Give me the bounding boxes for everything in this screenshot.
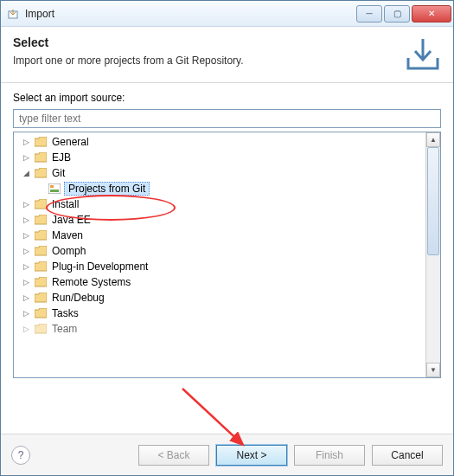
chevron-right-icon: ▷ [21, 247, 31, 255]
tree-item-tasks[interactable]: ▷Tasks [14, 306, 425, 321]
tree-item-projects-from-git[interactable]: Projects from Git [14, 181, 425, 196]
tree-item-javaee[interactable]: ▷Java EE [14, 212, 425, 228]
maximize-button[interactable]: ▢ [384, 5, 410, 23]
chevron-right-icon: ▷ [21, 153, 31, 162]
wizard-header: Select Import one or more projects from … [1, 27, 453, 83]
tree-item-label: General [50, 136, 91, 148]
folder-icon [34, 229, 48, 241]
chevron-right-icon: ▷ [21, 200, 31, 209]
help-button[interactable]: ? [11, 446, 30, 465]
tree-item-ejb[interactable]: ▷EJB [14, 150, 425, 165]
chevron-right-icon: ▷ [21, 278, 31, 286]
scroll-up-button[interactable]: ▲ [426, 132, 440, 147]
tree-item-label: Java EE [50, 214, 93, 226]
tree-item-oomph[interactable]: ▷Oomph [14, 243, 425, 259]
tree-item-label: Git [50, 167, 67, 179]
tree-item-install[interactable]: ▷Install [14, 196, 425, 212]
finish-button[interactable]: Finish [294, 445, 365, 466]
back-button[interactable]: < Back [138, 445, 209, 466]
folder-icon [34, 214, 48, 226]
git-project-icon [48, 183, 61, 195]
folder-icon [34, 307, 48, 319]
folder-icon [34, 323, 48, 335]
tree-item-run-debug[interactable]: ▷Run/Debug [14, 290, 425, 306]
chevron-right-icon: ▷ [21, 138, 31, 146]
vertical-scrollbar[interactable]: ▲ ▼ [425, 132, 440, 377]
tree-item-label: Team [50, 323, 79, 335]
folder-icon [34, 136, 48, 148]
tree-item-label: Install [50, 198, 80, 210]
filter-input[interactable] [13, 109, 441, 128]
chevron-right-icon: ▷ [21, 231, 31, 240]
tree-item-general[interactable]: ▷General [14, 134, 425, 150]
folder-icon [34, 245, 48, 257]
tree-item-remote-systems[interactable]: ▷Remote Systems [14, 274, 425, 290]
folder-icon [34, 151, 48, 164]
tree-item-label: Oomph [50, 245, 87, 257]
tree-item-plugin-dev[interactable]: ▷Plug-in Development [14, 259, 425, 274]
page-title: Select [13, 35, 396, 49]
folder-icon [34, 261, 48, 273]
scroll-down-button[interactable]: ▼ [426, 363, 440, 377]
folder-icon [34, 292, 48, 304]
folder-icon [34, 198, 48, 210]
window-icon [6, 7, 20, 21]
svg-rect-1 [48, 183, 61, 194]
page-description: Import one or more projects from a Git R… [13, 55, 396, 67]
chevron-right-icon: ▷ [21, 262, 31, 271]
tree-item-git[interactable]: ◢Git [14, 165, 425, 181]
chevron-down-icon: ◢ [21, 169, 31, 177]
folder-icon [34, 276, 48, 288]
button-bar: ? < Back Next > Finish Cancel [1, 434, 453, 475]
titlebar[interactable]: Import ─ ▢ ✕ [1, 1, 453, 27]
tree-item-label: Plug-in Development [50, 261, 150, 273]
chevron-right-icon: ▷ [21, 309, 31, 318]
tree-item-label: Remote Systems [50, 276, 132, 288]
chevron-right-icon: ▷ [21, 215, 31, 224]
cancel-button[interactable]: Cancel [372, 445, 443, 466]
scroll-track[interactable] [426, 147, 440, 363]
import-icon [405, 35, 441, 72]
tree-item-label: Projects from Git [64, 182, 150, 196]
tree-item-label: Maven [50, 229, 85, 241]
folder-open-icon [34, 167, 48, 179]
chevron-right-icon: ▷ [21, 293, 31, 302]
window-title: Import [25, 8, 355, 20]
tree-item-maven[interactable]: ▷Maven [14, 228, 425, 243]
minimize-button[interactable]: ─ [356, 5, 382, 23]
chevron-right-icon: ▷ [21, 325, 31, 333]
next-button[interactable]: Next > [216, 445, 287, 466]
import-tree[interactable]: ▷General ▷EJB ◢Git Projects from Git ▷In… [14, 132, 425, 377]
svg-rect-3 [50, 190, 59, 192]
tree-item-team[interactable]: ▷Team [14, 321, 425, 337]
tree-item-label: EJB [50, 151, 73, 164]
tree-item-label: Tasks [50, 307, 80, 319]
close-button[interactable]: ✕ [412, 5, 451, 23]
svg-rect-2 [50, 185, 54, 188]
source-label: Select an import source: [13, 92, 441, 104]
scroll-thumb[interactable] [427, 147, 439, 255]
tree-item-label: Run/Debug [50, 292, 106, 304]
